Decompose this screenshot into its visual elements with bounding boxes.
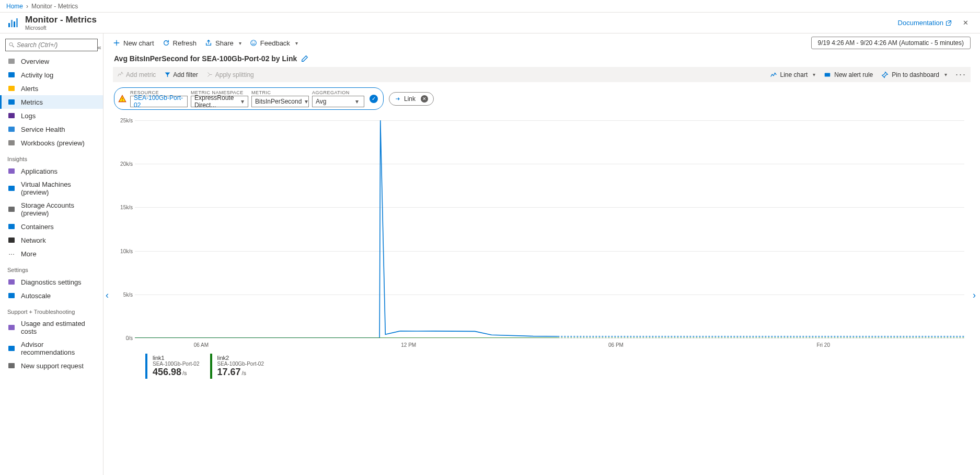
sidebar-item-overview[interactable]: Overview bbox=[0, 54, 103, 68]
legend-value: 17.67/s bbox=[217, 367, 264, 378]
metric-picker-pill: RESOURCE SEA-100Gb-Port-02 METRIC NAMESP… bbox=[114, 87, 384, 110]
x-tick: Fri 20 bbox=[816, 342, 830, 348]
nav-icon bbox=[7, 125, 16, 133]
sidebar-collapse-button[interactable]: « bbox=[95, 41, 103, 53]
sidebar-item-workbooks-preview-[interactable]: Workbooks (preview) bbox=[0, 136, 103, 150]
sidebar-item-logs[interactable]: Logs bbox=[0, 109, 103, 122]
close-icon[interactable]: ✕ bbox=[958, 19, 973, 27]
metrics-icon bbox=[7, 17, 20, 29]
external-link-icon bbox=[946, 20, 952, 26]
svg-point-23 bbox=[251, 40, 257, 46]
svg-rect-11 bbox=[8, 127, 15, 132]
chart-prev-button[interactable]: ‹ bbox=[106, 290, 109, 301]
svg-rect-7 bbox=[8, 72, 15, 77]
add-filter-button[interactable]: Add filter bbox=[164, 71, 198, 78]
svg-rect-12 bbox=[8, 140, 15, 145]
svg-point-24 bbox=[252, 42, 252, 42]
nav-icon bbox=[7, 139, 16, 147]
sidebar-item-autoscale[interactable]: Autoscale bbox=[0, 289, 103, 302]
new-alert-button[interactable]: New alert rule bbox=[824, 71, 873, 78]
page-subtitle: Microsoft bbox=[25, 25, 97, 31]
pin-button[interactable]: Pin to dashboard bbox=[881, 71, 947, 78]
svg-rect-26 bbox=[825, 73, 831, 76]
sidebar-item-applications[interactable]: Applications bbox=[0, 164, 103, 178]
y-tick: 20k/s bbox=[120, 161, 133, 167]
timerange-picker[interactable]: 9/19 4:26 AM - 9/20 4:26 AM (Automatic -… bbox=[811, 37, 971, 49]
x-tick: 06 PM bbox=[608, 342, 624, 348]
sidebar-item-new-support-request[interactable]: New support request bbox=[0, 359, 103, 372]
nav-icon bbox=[7, 184, 16, 193]
warning-icon bbox=[118, 94, 127, 104]
legend-card-link2[interactable]: link2SEA-100Gb-Port-0217.67/s bbox=[210, 354, 270, 379]
sidebar-item-metrics[interactable]: Metrics bbox=[0, 95, 103, 109]
metric-dropdown[interactable]: BitsInPerSecond▾ bbox=[251, 96, 309, 107]
filter-icon bbox=[164, 71, 171, 78]
breadcrumb: Home › Monitor - Metrics bbox=[0, 0, 980, 13]
refresh-button[interactable]: Refresh bbox=[163, 39, 197, 47]
legend-card-link1[interactable]: link1SEA-100Gb-Port-02456.98/s bbox=[145, 354, 205, 379]
legend-name: link2 bbox=[217, 355, 264, 361]
plus-icon bbox=[113, 39, 120, 47]
page-header: Monitor - Metrics Microsoft Documentatio… bbox=[0, 13, 980, 33]
search-input[interactable] bbox=[17, 41, 94, 49]
more-button[interactable]: ··· bbox=[955, 69, 966, 80]
sidebar-item-network[interactable]: Network bbox=[0, 233, 103, 247]
chart-next-button[interactable]: › bbox=[973, 290, 976, 301]
metric-label: METRIC bbox=[251, 90, 309, 95]
sidebar-item-diagnostics-settings[interactable]: Diagnostics settings bbox=[0, 275, 103, 289]
apply-splitting-button[interactable]: Apply splitting bbox=[206, 71, 254, 78]
svg-rect-16 bbox=[8, 224, 15, 229]
sidebar-item-alerts[interactable]: Alerts bbox=[0, 82, 103, 95]
x-tick: 12 PM bbox=[401, 342, 416, 348]
x-tick: 06 AM bbox=[194, 342, 209, 348]
namespace-dropdown[interactable]: ExpressRoute Direct...▾ bbox=[191, 96, 248, 107]
new-chart-button[interactable]: New chart bbox=[113, 39, 154, 47]
y-tick: 0/s bbox=[126, 335, 133, 341]
edit-icon[interactable] bbox=[301, 55, 308, 62]
metric-icon bbox=[117, 71, 124, 78]
link-filter-chip[interactable]: Link ✕ bbox=[389, 92, 434, 106]
sidebar-item-activity-log[interactable]: Activity log bbox=[0, 68, 103, 82]
refresh-icon bbox=[163, 39, 170, 47]
share-button[interactable]: Share bbox=[205, 39, 241, 47]
svg-rect-0 bbox=[8, 23, 10, 27]
agg-dropdown[interactable]: Avg▾ bbox=[312, 96, 364, 107]
legend-name: link1 bbox=[153, 355, 200, 361]
svg-rect-10 bbox=[8, 113, 15, 118]
sidebar-item-service-health[interactable]: Service Health bbox=[0, 122, 103, 136]
sidebar-item-virtual-machines-preview-[interactable]: Virtual Machines (preview) bbox=[0, 178, 103, 199]
top-toolbar: New chart Refresh Share Feedback 9/19 4:… bbox=[103, 33, 980, 52]
feedback-button[interactable]: Feedback bbox=[250, 39, 298, 47]
picker-confirm-icon[interactable]: ✓ bbox=[370, 95, 378, 103]
sidebar-item-more[interactable]: ···More bbox=[0, 247, 103, 261]
resource-dropdown[interactable]: SEA-100Gb-Port-02 bbox=[130, 96, 188, 107]
breadcrumb-home-link[interactable]: Home bbox=[6, 3, 23, 10]
sidebar-item-advisor-recommendations[interactable]: Advisor recommendations bbox=[0, 338, 103, 359]
nav-icon bbox=[7, 291, 16, 300]
svg-rect-15 bbox=[8, 207, 15, 212]
share-icon bbox=[205, 39, 212, 47]
nav-label: Storage Accounts (preview) bbox=[21, 201, 96, 217]
documentation-link[interactable]: Documentation bbox=[898, 19, 952, 27]
search-box[interactable] bbox=[5, 39, 98, 51]
nav-label: Usage and estimated costs bbox=[21, 320, 96, 335]
chart-series-link1 bbox=[379, 120, 558, 338]
search-icon bbox=[9, 42, 15, 48]
nav-icon bbox=[7, 323, 16, 332]
nav-label: Workbooks (preview) bbox=[21, 139, 85, 147]
nav-label: More bbox=[21, 250, 37, 258]
sidebar-item-containers[interactable]: Containers bbox=[0, 220, 103, 233]
remove-filter-icon[interactable]: ✕ bbox=[421, 95, 428, 103]
sidebar-item-storage-accounts-preview-[interactable]: Storage Accounts (preview) bbox=[0, 199, 103, 220]
smiley-icon bbox=[250, 39, 257, 47]
nav-label: Overview bbox=[21, 58, 49, 65]
arrow-icon bbox=[395, 96, 401, 102]
svg-rect-1 bbox=[11, 20, 13, 27]
svg-rect-22 bbox=[8, 363, 15, 368]
support-group-title: Support + Troubleshooting bbox=[0, 302, 103, 317]
sidebar-item-usage-and-estimated-costs[interactable]: Usage and estimated costs bbox=[0, 317, 103, 338]
chart-type-dropdown[interactable]: Line chart bbox=[770, 71, 816, 78]
nav-icon bbox=[7, 71, 16, 79]
add-metric-button[interactable]: Add metric bbox=[117, 71, 156, 78]
nav-icon bbox=[7, 278, 16, 286]
